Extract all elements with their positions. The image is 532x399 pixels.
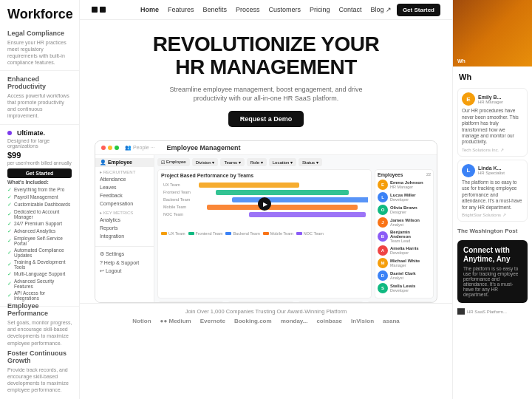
gantt-title: Project Based Performance by Teams: [161, 173, 368, 178]
gantt-legend-item: Mobile Team: [263, 231, 293, 236]
nav-contact[interactable]: Contact: [339, 6, 362, 13]
sidebar-integration[interactable]: Integration: [95, 232, 154, 240]
feature-item: ✓Employee Self-Service Portal: [7, 235, 72, 247]
filter-division[interactable]: Division ▾: [192, 158, 219, 166]
filter-teams[interactable]: Teams ▾: [220, 158, 244, 166]
legal-compliance-section: Legal Compliance Ensure your HR practice…: [0, 25, 79, 71]
trusted-bar: Join Over 1,000 Companies Trusting Our A…: [80, 303, 452, 329]
gantt-legend: UX TeamFrontend TeamBackend TeamMobile T…: [161, 231, 368, 236]
feature-item: ✓Dedicated to Account Manager: [7, 208, 72, 220]
connect-sub: The platform is so easy to use for track…: [463, 266, 522, 297]
sidebar-analytics[interactable]: Analytics: [95, 216, 154, 224]
nav-blog[interactable]: Blog ↗: [371, 6, 392, 13]
nav-process[interactable]: Process: [236, 6, 260, 13]
review-card-1: E Emily B... HR Manager Our HR procedure…: [457, 88, 528, 157]
gantt-chart: UX Team Frontend Team Backend Team Mobil…: [161, 180, 368, 228]
employees-panel-title: Employees: [378, 172, 403, 177]
right-sidebar: Wh Wh E Emily B... HR Manager Our HR pro…: [452, 0, 532, 399]
enhanced-productivity-title: Enhanced Productivity: [7, 75, 72, 90]
reviewer-1-text: Our HR procedures have never been smooth…: [462, 108, 523, 146]
gantt-legend-item: UX Team: [161, 231, 185, 236]
nav-home[interactable]: Home: [140, 6, 159, 13]
trusted-logo: InVision: [351, 318, 374, 324]
bottom-logo-1: ▉▉: [457, 309, 465, 315]
sidebar-settings[interactable]: ⚙ Settings: [95, 250, 154, 259]
maximize-dot: [115, 146, 119, 150]
continuous-growth-desc: Provide track records, and encourage ski…: [7, 366, 72, 393]
bottom-sections: Employee Performance Set goals, monitor …: [0, 296, 80, 399]
sidebar-reports[interactable]: Reports: [95, 224, 154, 232]
gantt-legend-item: Backend Team: [225, 231, 259, 236]
dashboard-header: 👥 People ··· Employee Management: [95, 141, 437, 155]
hero-image: Wh: [453, 0, 532, 66]
feature-item: ✓Multi-Language Support: [7, 270, 72, 278]
reviews-section-title: Wh: [453, 66, 532, 85]
feature-item: ✓Advanced Analytics: [7, 228, 72, 235]
request-demo-button[interactable]: Request a Demo: [228, 111, 304, 127]
bottom-tagline: HR SaaS Platform...: [467, 310, 507, 314]
feature-item: ✓Automated Compliance Updates: [7, 247, 72, 259]
close-dot: [101, 146, 106, 150]
reviewer-2-name: Linda K...: [478, 166, 523, 171]
nav-features[interactable]: Features: [168, 6, 194, 13]
employee-performance-desc: Set goals, monitor progress, and encoura…: [7, 319, 72, 346]
sidebar-attendance[interactable]: Attendance: [95, 175, 154, 183]
employee-item: A Amelia Harris Developer: [378, 245, 431, 256]
nav-customers[interactable]: Customers: [269, 6, 301, 13]
press-section: The Washington Post: [453, 225, 532, 237]
hero-title-line1: REVOLUTIONIZE YOUR HR MANAGEMENT: [95, 33, 437, 79]
brand-name: Workforce: [0, 0, 79, 25]
trusted-logo: coinbase: [316, 318, 342, 324]
key-metrics-section-label: ▸ Key Metrics: [95, 208, 154, 216]
filter-employee[interactable]: ☑Employee: [157, 158, 190, 166]
gantt-row: UX Team: [163, 183, 366, 188]
feature-item: ✓Training & Development Tools: [7, 259, 72, 270]
plan-section: Ultimate. Designed for large organizatio…: [0, 125, 79, 307]
feature-item: ✓Customizable Dashboards: [7, 201, 72, 208]
window-dots: [101, 146, 119, 150]
main-content: Home Features Benefits Process Customers…: [80, 0, 452, 399]
hero-subtitle: Streamline employee management, boost en…: [163, 85, 369, 103]
reviewer-2-avatar: L: [462, 164, 475, 177]
filter-status[interactable]: Status ▾: [299, 158, 322, 166]
employees-list: E Emma Johnson HR Manager L Lucas Miller…: [378, 180, 431, 293]
sidebar-feedback[interactable]: Feedback: [95, 191, 154, 200]
trusted-logo: Evernote: [200, 318, 225, 324]
sidebar-employee[interactable]: 👤 Employee: [95, 158, 154, 167]
employee-item: B Benjamin Anderson Team Lead: [378, 230, 431, 243]
sidebar-help[interactable]: ? Help & Support: [95, 259, 154, 267]
play-button[interactable]: ▶: [258, 197, 271, 211]
dashboard-preview: 👥 People ··· Employee Management 👤 Emplo…: [95, 140, 437, 303]
reviewer-1-role: HR Manager: [478, 100, 523, 104]
employee-item: S Stella Lewis Developer: [378, 283, 431, 293]
reviewer-2-info: Linda K... HR Specialist: [478, 166, 523, 175]
enhanced-productivity-desc: Access powerful workflows that promote p…: [7, 92, 72, 119]
nav-benefits[interactable]: Benefits: [202, 6, 227, 13]
gantt-legend-item: Frontend Team: [188, 231, 223, 236]
sidebar-logout[interactable]: ↩ Logout: [95, 267, 154, 276]
whats-included-label: What's Included:: [7, 180, 72, 185]
get-started-button[interactable]: Get Started: [7, 168, 72, 178]
reviewer-1-name: Emily B...: [478, 95, 523, 100]
employee-performance-title: Employee Performance: [7, 302, 72, 317]
gantt-legend-item: NOC Team: [296, 231, 324, 236]
employee-item: L Lucas Miller Developer: [378, 192, 431, 202]
filter-role[interactable]: Role ▾: [247, 158, 267, 166]
plan-price: $99: [7, 151, 72, 160]
trusted-logo: asana: [383, 318, 400, 324]
trusted-logos: Notion●● MediumEvernoteBooking.commonday…: [87, 318, 445, 324]
enhanced-productivity-section: Enhanced Productivity Access powerful wo…: [0, 71, 79, 124]
nav-pricing[interactable]: Pricing: [310, 6, 330, 13]
reviewer-2-company: BrightStar Solutions ↗: [462, 212, 523, 217]
gantt-row: NOC Team: [163, 212, 366, 217]
sidebar-leaves[interactable]: Leaves: [95, 183, 154, 191]
reviewer-1-avatar: E: [462, 92, 475, 106]
sidebar-compensation[interactable]: Compensation: [95, 200, 154, 208]
filter-location[interactable]: Location ▾: [269, 158, 296, 166]
trusted-logo: Notion: [132, 318, 151, 324]
dashboard-body: 👤 Employee ▸ Recruitment Attendance Leav…: [95, 155, 437, 303]
image-label: Wh: [457, 58, 466, 64]
trusted-logo: Booking.com: [234, 318, 272, 324]
get-started-nav-button[interactable]: Get Started: [397, 4, 440, 16]
logo-block-1: [92, 7, 98, 13]
